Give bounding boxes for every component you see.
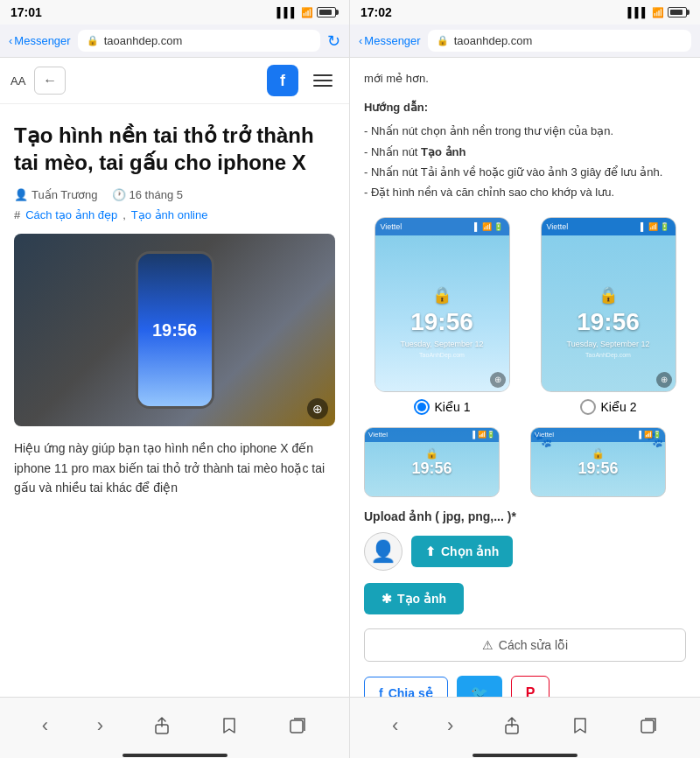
browser-back-button[interactable]: ←	[34, 67, 66, 95]
preview-grid-bottom: Viettel▌📶🔋 🔒 19:56 Viettel▌📶🔋 🔒 19:56 🐾	[364, 427, 686, 497]
share-twitter-button[interactable]: 🐦	[457, 676, 502, 697]
right-url: taoanhdep.com	[454, 34, 533, 47]
right-nav-back-button[interactable]: ‹	[392, 714, 398, 737]
lock-icon: 🔒	[87, 35, 99, 46]
share-row: f Chia sẻ 🐦 P	[364, 676, 686, 697]
right-browser-nav: ‹ Messenger 🔒 taoanhdep.com	[350, 25, 700, 58]
phone-screen: 19:56	[138, 254, 212, 406]
tabs-button[interactable]	[288, 716, 307, 735]
guide-section: Hướng dẫn: - Nhấn nút chọn ảnh nền trong…	[364, 97, 686, 203]
article-image: 19:56 ⊕	[14, 234, 335, 426]
avatar-placeholder: 👤	[364, 532, 402, 571]
radio-label-1: Kiểu 1	[435, 400, 471, 414]
right-panel: 17:02 ▌▌▌ 📶 ‹ Messenger 🔒 taoanhdep.com …	[350, 0, 700, 758]
preview-4-content: 🔒 19:56	[531, 447, 665, 478]
nav-back-button[interactable]: ‹	[42, 714, 48, 737]
preview-zoom-2[interactable]: ⊕	[656, 372, 672, 388]
left-back-link[interactable]: ‹ Messenger	[9, 34, 71, 47]
fb-share-icon: f	[379, 686, 383, 697]
pinterest-icon: P	[526, 685, 536, 697]
right-status-bar: 17:02 ▌▌▌ 📶	[350, 0, 700, 25]
right-wifi-icon: 📶	[652, 7, 664, 18]
preview-status-3: Viettel▌📶🔋	[365, 428, 499, 442]
article-date: 🕐 16 tháng 5	[112, 188, 183, 201]
preview-time-2: 19:56	[577, 308, 640, 336]
guide-title: Hướng dẫn:	[364, 97, 686, 117]
preview-lock-1: 🔒	[432, 285, 452, 305]
share-fb-label: Chia sẻ	[388, 686, 433, 697]
preview-3-content: 🔒 19:56	[365, 447, 499, 478]
right-status-icons: ▌▌▌ 📶	[628, 7, 690, 18]
right-bottom-bar: ‹ ›	[350, 697, 700, 753]
phone-preview-2[interactable]: Viettel ▌ 📶 🔋 🔒 19:56 Tuesday, September…	[541, 217, 676, 392]
left-bottom-bar: ‹ ›	[0, 697, 349, 753]
share-button[interactable]	[152, 716, 172, 735]
preview-right-icons-2: ▌ 📶 🔋	[640, 222, 669, 231]
radio-label-2: Kiểu 2	[601, 400, 637, 414]
left-toolbar: AA ← f	[0, 58, 349, 104]
nav-forward-button[interactable]: ›	[97, 714, 103, 737]
tag-2[interactable]: Tạo ảnh online	[131, 208, 208, 221]
font-size-button[interactable]: AA	[10, 74, 25, 88]
intro-line1: mới mẻ hơn.	[364, 72, 429, 85]
choose-photo-label: Chọn ảnh	[441, 544, 499, 558]
radio-1[interactable]	[414, 399, 430, 415]
twitter-icon: 🐦	[471, 685, 488, 697]
preview-watermark-2: TaoAnhDep.com	[585, 352, 631, 358]
bookmarks-button[interactable]	[220, 716, 239, 735]
left-browser-nav: ‹ Messenger 🔒 taoanhdep.com ↻	[0, 25, 349, 58]
fix-error-button[interactable]: ⚠ Cách sửa lỗi	[364, 628, 686, 662]
right-tabs-button[interactable]	[639, 716, 658, 735]
preview-status-4: Viettel▌📶🔋	[531, 428, 665, 442]
create-icon: ✱	[382, 592, 392, 606]
upload-row: 👤 ⬆ Chọn ảnh	[364, 532, 686, 571]
create-photo-button[interactable]: ✱ Tạo ảnh	[364, 583, 464, 614]
wifi-icon: 📶	[301, 7, 313, 18]
zoom-icon[interactable]: ⊕	[307, 398, 328, 419]
radio-2[interactable]	[580, 399, 596, 415]
author-icon: 👤	[14, 188, 28, 201]
share-facebook-button[interactable]: f Chia sẻ	[364, 677, 448, 697]
article-author: 👤 Tuấn Trương	[14, 188, 98, 201]
right-time: 17:02	[360, 5, 392, 19]
right-share-button[interactable]	[502, 716, 522, 735]
tag-separator: ,	[122, 208, 126, 221]
guide-step1: - Nhấn nút chọn ảnh nền trong thư viện c…	[364, 121, 686, 141]
clock-icon: 🕐	[112, 188, 126, 201]
right-back-link[interactable]: ‹ Messenger	[359, 34, 421, 47]
right-home-indicator	[350, 753, 700, 758]
preview-bg-2: 🔒 19:56 Tuesday, September 12 TaoAnhDep.…	[542, 235, 676, 392]
article-description: Hiệu ứng này giúp bạn tạo hình nền cho i…	[14, 439, 335, 497]
preview-item-3[interactable]: Viettel▌📶🔋 🔒 19:56	[364, 427, 500, 497]
phone-preview-1[interactable]: Viettel ▌ 📶 🔋 🔒 19:56 Tuesday, September…	[374, 217, 510, 392]
radio-row-1[interactable]: Kiểu 1	[414, 399, 471, 415]
signal-icon: ▌▌▌	[277, 7, 298, 18]
facebook-button[interactable]: f	[267, 65, 298, 96]
radio-row-2[interactable]: Kiểu 2	[580, 399, 637, 415]
left-panel: 17:01 ▌▌▌ 📶 ‹ Messenger 🔒 taoanhdep.com …	[0, 0, 350, 758]
left-refresh-button[interactable]: ↻	[327, 32, 340, 51]
preview-zoom-1[interactable]: ⊕	[490, 372, 506, 388]
share-pinterest-button[interactable]: P	[511, 676, 550, 697]
right-signal-icon: ▌▌▌	[628, 7, 648, 18]
right-nav-forward-button[interactable]: ›	[447, 714, 453, 737]
preview-screen-1: Viettel ▌ 📶 🔋 🔒 19:56 Tuesday, September…	[375, 218, 509, 391]
right-content: mới mẻ hơn. Hướng dẫn: - Nhấn nút chọn ả…	[350, 58, 700, 697]
guide-step2: - Nhấn nút Tạo ảnh	[364, 142, 686, 162]
preview-status-1: Viettel ▌ 📶 🔋	[375, 218, 509, 235]
tag-1[interactable]: Cách tạo ảnh đẹp	[25, 208, 117, 221]
left-status-icons: ▌▌▌ 📶	[277, 7, 339, 18]
right-address-bar[interactable]: 🔒 taoanhdep.com	[428, 30, 691, 52]
left-address-bar[interactable]: 🔒 taoanhdep.com	[78, 30, 320, 52]
phone-time-display: 19:56	[152, 320, 197, 340]
guide-step4: - Đặt hình nền và căn chỉnh sao cho khớp…	[364, 182, 686, 202]
right-bookmarks-button[interactable]	[570, 716, 590, 735]
choose-photo-button[interactable]: ⬆ Chọn ảnh	[411, 536, 513, 567]
menu-button[interactable]	[307, 65, 339, 96]
preview-item-4[interactable]: Viettel▌📶🔋 🔒 19:56 🐾 🐾	[530, 427, 666, 497]
preview-grid-top: Viettel ▌ 📶 🔋 🔒 19:56 Tuesday, September…	[364, 217, 686, 415]
preview-screen-2: Viettel ▌ 📶 🔋 🔒 19:56 Tuesday, September…	[542, 218, 676, 391]
intro-section: mới mẻ hơn.	[364, 70, 686, 88]
create-photo-label: Tạo ảnh	[397, 592, 446, 606]
menu-line-3	[313, 85, 332, 87]
